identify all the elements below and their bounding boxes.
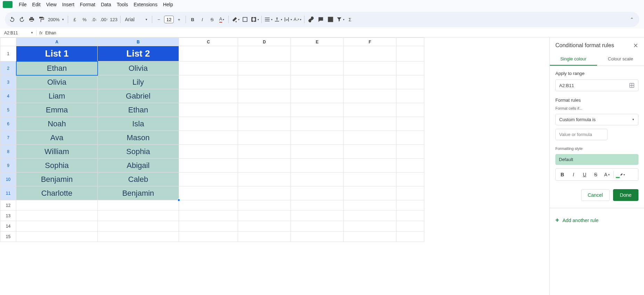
cell-E2[interactable]	[291, 61, 344, 75]
cell-B1[interactable]: List 2	[98, 46, 179, 61]
cell-D14[interactable]	[238, 221, 291, 231]
cell-A6[interactable]: Noah	[16, 117, 98, 131]
cell-E13[interactable]	[291, 211, 344, 221]
text-wrap-button[interactable]: ▾	[283, 15, 292, 24]
bold-button[interactable]: B	[188, 15, 197, 24]
cell-1[interactable]	[397, 46, 424, 61]
row-header-9[interactable]: 9	[0, 159, 16, 172]
name-box[interactable]: A2:B11	[3, 31, 27, 35]
cell-D6[interactable]	[238, 117, 291, 131]
menu-data[interactable]: Data	[98, 0, 114, 9]
cell-F15[interactable]	[344, 231, 397, 242]
cell-B11[interactable]: Benjamin	[98, 186, 179, 200]
cell-A1[interactable]: List 1	[16, 46, 98, 61]
cell-E10[interactable]	[291, 172, 344, 186]
cell-x2[interactable]	[397, 61, 424, 75]
add-another-rule-button[interactable]: + Add another rule	[555, 215, 638, 225]
cell-C8[interactable]	[179, 145, 238, 159]
row-header-5[interactable]: 5	[0, 103, 16, 117]
cell-C5[interactable]	[179, 103, 238, 117]
cell-C15[interactable]	[179, 231, 238, 242]
cell-D8[interactable]	[238, 145, 291, 159]
cell-E5[interactable]	[291, 103, 344, 117]
column-header-D[interactable]: D	[238, 38, 291, 46]
row-header-6[interactable]: 6	[0, 117, 16, 131]
print-button[interactable]	[27, 15, 36, 24]
default-style-chip[interactable]: Default	[555, 154, 638, 165]
collapse-toolbar-button[interactable]: ⌃	[627, 15, 636, 24]
cell-E11[interactable]	[291, 186, 344, 200]
paint-format-button[interactable]	[37, 15, 46, 24]
menu-help[interactable]: Help	[160, 0, 176, 9]
cell-A4[interactable]: Liam	[16, 89, 98, 103]
cell-C12[interactable]	[179, 200, 238, 211]
menu-file[interactable]: File	[16, 0, 30, 9]
cell-F14[interactable]	[344, 221, 397, 231]
cell-B7[interactable]: Mason	[98, 131, 179, 145]
text-rotation-button[interactable]: A↗▾	[293, 15, 302, 24]
style-fill-color-button[interactable]: ▾	[616, 170, 625, 179]
cell-x13[interactable]	[397, 211, 424, 221]
cell-A5[interactable]: Emma	[16, 103, 98, 117]
cell-B5[interactable]: Ethan	[98, 103, 179, 117]
cell-F9[interactable]	[344, 159, 397, 172]
row-header-3[interactable]: 3	[0, 75, 16, 89]
cell-A15[interactable]	[16, 231, 98, 242]
cell-F8[interactable]	[344, 145, 397, 159]
cell-D15[interactable]	[238, 231, 291, 242]
cell-B14[interactable]	[98, 221, 179, 231]
style-strikethrough-button[interactable]: S	[591, 170, 600, 179]
formula-value-input[interactable]	[555, 129, 608, 140]
column-header-B[interactable]: B	[98, 38, 179, 46]
menu-edit[interactable]: Edit	[30, 0, 43, 9]
cell-F1[interactable]	[344, 46, 397, 61]
column-header-C[interactable]: C	[179, 38, 238, 46]
style-bold-button[interactable]: B	[558, 170, 567, 179]
borders-button[interactable]	[241, 15, 250, 24]
functions-button[interactable]: Σ	[345, 15, 354, 24]
cancel-button[interactable]: Cancel	[581, 189, 610, 201]
cell-C9[interactable]	[179, 159, 238, 172]
format-currency-button[interactable]: £	[70, 15, 79, 24]
cell-F12[interactable]	[344, 200, 397, 211]
fill-color-button[interactable]: ▾	[231, 15, 240, 24]
menu-format[interactable]: Format	[77, 0, 98, 9]
cell-C14[interactable]	[179, 221, 238, 231]
cell-E12[interactable]	[291, 200, 344, 211]
row-header-2[interactable]: 2	[0, 61, 16, 75]
row-header-15[interactable]: 15	[0, 231, 16, 242]
cell-A8[interactable]: William	[16, 145, 98, 159]
text-color-button[interactable]: A▾	[217, 15, 226, 24]
cell-C7[interactable]	[179, 131, 238, 145]
cell-B15[interactable]	[98, 231, 179, 242]
italic-button[interactable]: I	[198, 15, 207, 24]
done-button[interactable]: Done	[613, 189, 638, 201]
tab-single-colour[interactable]: Single colour	[550, 53, 597, 66]
cell-F7[interactable]	[344, 131, 397, 145]
format-percent-button[interactable]: %	[80, 15, 89, 24]
cell-B10[interactable]: Caleb	[98, 172, 179, 186]
column-header-F[interactable]: F	[344, 38, 397, 46]
cell-A11[interactable]: Charlotte	[16, 186, 98, 200]
cell-C4[interactable]	[179, 89, 238, 103]
cell-E14[interactable]	[291, 221, 344, 231]
cell-E15[interactable]	[291, 231, 344, 242]
cell-C11[interactable]	[179, 186, 238, 200]
style-underline-button[interactable]: U	[580, 170, 589, 179]
cell-x15[interactable]	[397, 231, 424, 242]
column-header-A[interactable]: A	[16, 38, 98, 46]
font-size-input[interactable]	[164, 16, 174, 23]
insert-chart-button[interactable]	[326, 15, 335, 24]
cell-E4[interactable]	[291, 89, 344, 103]
insert-link-button[interactable]	[307, 15, 316, 24]
column-header-E[interactable]: E	[291, 38, 344, 46]
cell-D9[interactable]	[238, 159, 291, 172]
horizontal-align-button[interactable]: ▾	[264, 15, 273, 24]
cell-F5[interactable]	[344, 103, 397, 117]
cell-D11[interactable]	[238, 186, 291, 200]
cell-B8[interactable]: Sophia	[98, 145, 179, 159]
row-header-1[interactable]: 1	[0, 46, 16, 61]
cell-x11[interactable]	[397, 186, 424, 200]
more-formats-button[interactable]: 123	[109, 15, 118, 24]
row-header-13[interactable]: 13	[0, 211, 16, 221]
